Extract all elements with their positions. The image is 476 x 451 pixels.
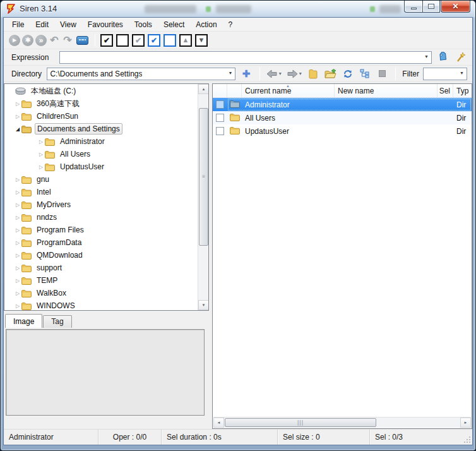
move-up-icon[interactable]: ▲ <box>179 34 192 47</box>
tree-item[interactable]: ▷WINDOWS <box>4 299 198 311</box>
menu-file[interactable]: File <box>6 18 30 31</box>
tree-item[interactable]: ▷Administrator <box>4 135 198 148</box>
expand-icon[interactable]: ▷ <box>14 202 21 208</box>
tree-item[interactable]: ▷QMDownload <box>4 249 198 262</box>
deselect-all-checkbox-icon[interactable] <box>116 34 129 47</box>
expand-icon[interactable]: ▷ <box>14 114 21 119</box>
header-new-name[interactable]: New name <box>335 84 437 97</box>
menu-tools[interactable]: Tools <box>129 18 158 31</box>
expand-icon[interactable]: ▷ <box>37 164 45 170</box>
tree-item[interactable]: ▷All Users <box>4 148 198 160</box>
undo-icon[interactable]: ↶ <box>49 35 60 46</box>
menu-help[interactable]: ? <box>223 18 239 31</box>
expand-icon[interactable]: ▷ <box>14 240 21 246</box>
tab-image[interactable]: Image <box>5 314 42 328</box>
tree-item[interactable]: ▷gnu <box>4 173 198 186</box>
scroll-right-icon[interactable]: ► <box>460 418 471 428</box>
filter-combobox[interactable]: ▼ <box>423 68 467 80</box>
list-horizontal-scrollbar[interactable]: ◄ ||| ► <box>213 417 471 428</box>
expand-icon[interactable]: ▷ <box>14 215 21 220</box>
expand-icon[interactable]: ▷ <box>14 265 21 271</box>
maximize-button[interactable] <box>422 1 440 13</box>
dropdown-icon[interactable]: ▼ <box>228 71 232 75</box>
skip-icon[interactable]: » <box>35 35 47 46</box>
close-button[interactable]: ✕ <box>441 1 470 13</box>
header-type[interactable]: Typ <box>453 84 472 97</box>
dropdown-icon[interactable]: ▼ <box>460 71 464 75</box>
tree-item[interactable]: ▷WalkBox <box>4 287 198 299</box>
expand-icon[interactable]: ▷ <box>14 303 21 309</box>
table-row[interactable]: AdministratorDir <box>213 98 472 111</box>
tree-vertical-scrollbar[interactable]: ▲ ≡ ▼ <box>198 84 208 310</box>
select-all-checkbox-icon[interactable]: ✔ <box>100 34 113 47</box>
wizard-icon[interactable] <box>453 51 467 64</box>
scroll-left-icon[interactable]: ◄ <box>213 418 224 428</box>
minimize-button[interactable] <box>404 1 422 13</box>
tree-item[interactable]: ▷Intel <box>4 186 198 198</box>
directory-combobox[interactable]: C:\Documents and Settings ▼ <box>47 68 235 80</box>
invert-selection-checkbox-icon[interactable]: ✔ <box>132 34 145 47</box>
tree-scrollbar-thumb[interactable]: ≡ <box>199 108 208 246</box>
expand-icon[interactable]: ▷ <box>14 177 21 183</box>
tree-item[interactable]: ▷TEMP <box>4 274 198 287</box>
title-bar[interactable]: Siren 3.14 ✕ <box>1 1 475 17</box>
tree-item[interactable]: ▷Program Files <box>4 224 198 236</box>
table-row[interactable]: UpdatusUserDir <box>213 124 472 138</box>
dropdown-icon[interactable]: ▼ <box>424 54 429 59</box>
stop-icon[interactable] <box>376 68 389 80</box>
header-current-name[interactable]: ▲ Current name <box>242 84 335 97</box>
tree-item[interactable]: ▷ProgramData <box>4 236 198 249</box>
deselect-highlighted-checkbox-icon[interactable] <box>164 34 176 47</box>
menu-action[interactable]: Action <box>190 18 222 31</box>
expand-icon[interactable]: ▷ <box>14 189 21 195</box>
move-down-icon[interactable]: ▼ <box>195 34 208 47</box>
expand-icon[interactable]: ▷ <box>37 139 45 145</box>
expand-icon[interactable]: ▷ <box>14 291 21 296</box>
tree-item[interactable]: ▷MyDrivers <box>4 198 198 211</box>
refresh-icon[interactable] <box>341 68 354 80</box>
scroll-down-icon[interactable]: ▼ <box>198 300 209 310</box>
tree-item[interactable]: ▷support <box>4 262 198 274</box>
row-checkbox[interactable] <box>216 127 224 135</box>
menu-select[interactable]: Select <box>158 18 190 31</box>
scroll-up-icon[interactable]: ▲ <box>198 84 209 94</box>
settings-icon[interactable]: ✱ <box>22 35 33 46</box>
list-scrollbar-thumb[interactable]: ||| <box>225 418 376 427</box>
menu-edit[interactable]: Edit <box>30 18 54 31</box>
expand-icon[interactable]: ▷ <box>14 227 21 233</box>
expand-icon[interactable]: ▷ <box>14 101 21 107</box>
tree-item[interactable]: ▷UpdatusUser <box>4 160 198 173</box>
resize-grip[interactable] <box>463 436 471 443</box>
menu-view[interactable]: View <box>54 18 82 31</box>
forward-history-dropdown-icon[interactable]: ▾ <box>299 71 302 76</box>
header-sel[interactable]: Sel <box>437 84 453 97</box>
row-checkbox[interactable] <box>216 114 224 122</box>
expression-combobox[interactable]: ▼ <box>59 51 432 64</box>
header-checkbox-column[interactable] <box>213 84 227 97</box>
tab-tag[interactable]: Tag <box>43 315 71 328</box>
run-icon[interactable]: ▶ <box>9 35 20 46</box>
redo-icon[interactable]: ↷ <box>62 35 73 46</box>
expand-icon[interactable]: ▷ <box>37 152 45 157</box>
rename-icon[interactable] <box>76 36 88 45</box>
parent-folder-icon[interactable] <box>307 68 320 80</box>
add-favourite-icon[interactable]: ✚ <box>239 68 253 80</box>
menu-favourites[interactable]: Favourites <box>82 18 129 31</box>
back-button[interactable]: ▾ <box>266 69 283 78</box>
open-folder-icon[interactable] <box>324 68 337 80</box>
header-icon-column[interactable] <box>227 84 242 97</box>
tree-item[interactable]: ▷ChildrenSun <box>4 110 198 123</box>
collapse-icon[interactable]: ◢ <box>14 126 21 132</box>
expand-icon[interactable]: ▷ <box>14 253 21 258</box>
tree-item[interactable]: ◢Documents and Settings <box>4 123 198 135</box>
tag-icon[interactable] <box>436 51 449 64</box>
select-highlighted-checkbox-icon[interactable]: ✔ <box>148 34 160 47</box>
table-row[interactable]: All UsersDir <box>213 111 472 124</box>
expand-tree-icon[interactable] <box>359 68 372 80</box>
back-history-dropdown-icon[interactable]: ▾ <box>279 71 282 76</box>
tree-item[interactable]: 本地磁盘 (C:) <box>4 85 198 97</box>
tree-item[interactable]: ▷360高速下载 <box>4 97 198 110</box>
row-checkbox[interactable] <box>216 100 224 109</box>
expand-icon[interactable]: ▷ <box>14 278 21 284</box>
forward-button[interactable]: ▾ <box>287 69 303 78</box>
